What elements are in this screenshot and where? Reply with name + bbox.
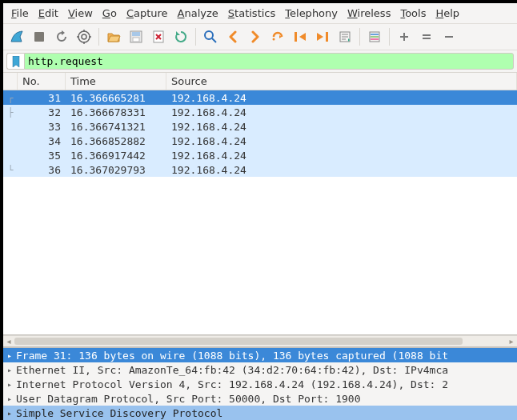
- scroll-left-icon[interactable]: ◂: [3, 336, 14, 346]
- toolbar-separator: [389, 28, 390, 46]
- menu-tools[interactable]: Tools: [397, 6, 429, 21]
- colorize-icon[interactable]: [364, 26, 385, 47]
- svg-point-1: [78, 31, 90, 42]
- svg-rect-27: [423, 38, 431, 39]
- nav-forward-icon[interactable]: [245, 26, 266, 47]
- cell-source: 192.168.4.24: [166, 92, 517, 104]
- svg-rect-9: [133, 38, 139, 42]
- menu-telephony[interactable]: Telephony: [282, 6, 341, 21]
- packet-details-pane[interactable]: ▸Frame 31: 136 bytes on wire (1088 bits)…: [3, 348, 517, 420]
- cell-no: 32: [18, 106, 66, 118]
- menu-help[interactable]: Help: [432, 6, 463, 21]
- svg-rect-8: [132, 32, 140, 36]
- detail-row[interactable]: ▸User Datagram Protocol, Src Port: 50000…: [3, 391, 517, 406]
- bookmark-icon[interactable]: [6, 53, 24, 70]
- cell-source: 192.168.4.24: [166, 164, 517, 176]
- stop-icon[interactable]: [29, 26, 50, 47]
- svg-rect-26: [423, 34, 431, 36]
- svg-rect-25: [403, 33, 405, 41]
- goto-first-icon[interactable]: [290, 26, 311, 47]
- expand-icon[interactable]: ▸: [5, 394, 14, 403]
- cell-source: 192.168.4.24: [166, 106, 517, 118]
- column-header-time[interactable]: Time: [66, 73, 166, 90]
- menu-capture[interactable]: Capture: [123, 6, 171, 21]
- tree-glyph: [3, 137, 18, 146]
- detail-row[interactable]: ▸Ethernet II, Src: AmazonTe_64:fb:42 (34…: [3, 362, 517, 377]
- scroll-right-icon[interactable]: ▸: [506, 336, 517, 346]
- column-header-source[interactable]: Source: [166, 73, 517, 90]
- horizontal-scrollbar[interactable]: ◂ ▸: [3, 335, 517, 348]
- cell-no: 33: [18, 121, 66, 133]
- cell-no: 34: [18, 135, 66, 147]
- toolbar-separator: [98, 28, 99, 46]
- tree-glyph: [3, 151, 18, 160]
- detail-text: Internet Protocol Version 4, Src: 192.16…: [16, 378, 448, 390]
- packet-row[interactable]: 3416.366852882192.168.4.24: [3, 134, 517, 148]
- toolbar-separator: [195, 28, 196, 46]
- detail-text: Simple Service Discovery Protocol: [16, 407, 222, 419]
- column-header-no[interactable]: No.: [18, 73, 66, 90]
- detail-text: Ethernet II, Src: AmazonTe_64:fb:42 (34:…: [16, 364, 448, 376]
- packet-row[interactable]: 3316.366741321192.168.4.24: [3, 119, 517, 134]
- expand-icon[interactable]: ▸: [5, 366, 14, 374]
- reload-icon[interactable]: [170, 26, 191, 47]
- cell-no: 31: [18, 92, 66, 104]
- zoom-out-icon[interactable]: [439, 26, 459, 47]
- packet-list-body[interactable]: ┌3116.366665281192.168.4.24├3216.3666783…: [3, 90, 517, 334]
- menu-statistics[interactable]: Statistics: [225, 6, 279, 21]
- display-filter-input[interactable]: [24, 53, 514, 70]
- tree-glyph: ┌: [3, 94, 18, 102]
- shark-fin-icon[interactable]: [6, 26, 27, 47]
- menu-bar: FileEditViewGoCaptureAnalyzeStatisticsTe…: [3, 3, 517, 24]
- expand-icon[interactable]: ▸: [5, 380, 14, 389]
- zoom-reset-icon[interactable]: [416, 26, 437, 47]
- menu-file[interactable]: File: [8, 6, 32, 21]
- find-icon[interactable]: [200, 26, 221, 47]
- cell-time: 16.367029793: [66, 164, 166, 176]
- packet-list-header[interactable]: No. Time Source: [3, 73, 517, 90]
- save-icon[interactable]: [126, 26, 146, 47]
- menu-view[interactable]: View: [65, 6, 96, 21]
- menu-analyze[interactable]: Analyze: [174, 6, 222, 21]
- scrollbar-thumb[interactable]: [14, 338, 463, 345]
- cell-source: 192.168.4.24: [166, 121, 517, 133]
- jump-icon[interactable]: [267, 26, 288, 47]
- packet-row[interactable]: ┌3116.366665281192.168.4.24: [3, 90, 517, 105]
- packet-list-pane: No. Time Source ┌3116.366665281192.168.4…: [3, 73, 517, 335]
- svg-rect-0: [34, 32, 44, 42]
- zoom-in-icon[interactable]: [394, 26, 415, 47]
- restart-icon[interactable]: [51, 26, 72, 47]
- cell-time: 16.366741321: [66, 121, 166, 133]
- autoscroll-icon[interactable]: [335, 26, 355, 47]
- cell-no: 35: [18, 150, 66, 162]
- svg-point-13: [273, 38, 275, 41]
- svg-rect-14: [295, 32, 297, 42]
- detail-row[interactable]: ▸Internet Protocol Version 4, Src: 192.1…: [3, 377, 517, 391]
- svg-point-11: [205, 31, 213, 39]
- cell-source: 192.168.4.24: [166, 135, 517, 147]
- nav-back-icon[interactable]: [222, 26, 243, 47]
- open-icon[interactable]: [103, 26, 124, 47]
- expand-icon[interactable]: ▸: [5, 351, 14, 360]
- detail-text: User Datagram Protocol, Src Port: 50000,…: [16, 393, 360, 405]
- cell-time: 16.366852882: [66, 135, 166, 147]
- goto-last-icon[interactable]: [312, 26, 333, 47]
- menu-go[interactable]: Go: [99, 6, 120, 21]
- tree-glyph: [3, 122, 18, 131]
- svg-rect-23: [371, 38, 379, 40]
- svg-rect-21: [371, 34, 379, 35]
- close-file-icon[interactable]: [148, 26, 169, 47]
- svg-rect-28: [445, 36, 453, 38]
- packet-row[interactable]: 3516.366917442192.168.4.24: [3, 148, 517, 162]
- packet-row[interactable]: └3616.367029793192.168.4.24: [3, 162, 517, 177]
- detail-row[interactable]: ▸Simple Service Discovery Protocol: [3, 406, 517, 420]
- menu-wireless[interactable]: Wireless: [344, 6, 394, 21]
- options-icon[interactable]: [74, 26, 94, 47]
- menu-edit[interactable]: Edit: [35, 6, 62, 21]
- packet-row[interactable]: ├3216.366678331192.168.4.24: [3, 105, 517, 119]
- detail-text: Frame 31: 136 bytes on wire (1088 bits),…: [16, 350, 448, 362]
- cell-source: 192.168.4.24: [166, 150, 517, 162]
- svg-line-12: [212, 38, 216, 42]
- detail-row[interactable]: ▸Frame 31: 136 bytes on wire (1088 bits)…: [3, 348, 517, 362]
- expand-icon[interactable]: ▸: [5, 409, 14, 418]
